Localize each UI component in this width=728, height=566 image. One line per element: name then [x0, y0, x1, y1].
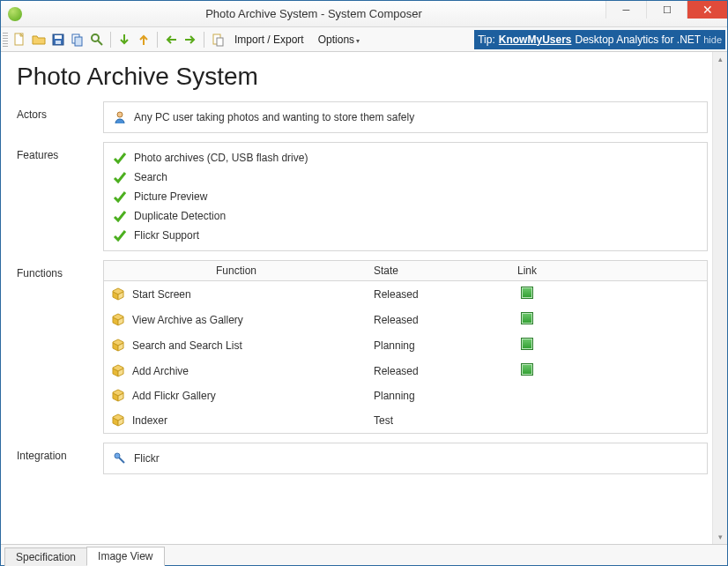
function-link-cell: [492, 358, 562, 384]
import-export-label: Import / Export: [234, 34, 304, 46]
check-icon: [113, 209, 127, 223]
tab-image-view[interactable]: Image View: [86, 547, 164, 566]
actors-section: Actors Any PC user taking photos and wan…: [17, 101, 708, 133]
functions-section: Functions Function State Link Start Scre…: [17, 260, 708, 434]
arrow-left-icon[interactable]: [162, 31, 180, 48]
function-row[interactable]: Add ArchiveReleased: [104, 358, 707, 384]
feature-text: Duplicate Detection: [134, 210, 226, 222]
tab-specification[interactable]: Specification: [4, 547, 87, 566]
open-folder-icon[interactable]: [30, 31, 48, 48]
check-icon: [113, 170, 127, 184]
check-icon: [113, 190, 127, 204]
scroll-up-icon[interactable]: ▴: [718, 52, 723, 66]
link-icon[interactable]: [521, 363, 533, 376]
tip-suffix: Desktop Analytics for .NET: [575, 34, 701, 46]
functions-box[interactable]: Function State Link Start ScreenReleased…: [103, 260, 708, 434]
function-row[interactable]: View Archive as GalleryReleased: [104, 307, 707, 332]
scrollbar[interactable]: ▴ ▾: [712, 52, 727, 544]
paste-icon[interactable]: [209, 31, 227, 48]
tip-prefix: Tip:: [478, 34, 495, 46]
titlebar: Photo Archive System - System Composer ─…: [1, 1, 727, 27]
feature-text: Picture Preview: [134, 190, 207, 203]
actors-box[interactable]: Any PC user taking photos and wanting to…: [103, 101, 708, 133]
options-label: Options: [318, 34, 354, 46]
pin-icon: [113, 451, 127, 465]
feature-item[interactable]: Search: [111, 168, 700, 187]
functions-table: Function State Link Start ScreenReleased…: [104, 261, 707, 433]
tip-hide-button[interactable]: hide: [703, 34, 722, 45]
col-link[interactable]: Link: [492, 261, 562, 281]
arrow-down-icon[interactable]: [115, 31, 133, 48]
function-name: Add Archive: [132, 365, 189, 377]
functions-table-head: Function State Link: [104, 261, 707, 281]
import-export-menu[interactable]: Import / Export: [227, 32, 311, 48]
tip-bar: Tip: KnowMyUsers Desktop Analytics for .…: [474, 30, 725, 49]
function-state: Released: [368, 307, 492, 332]
app-icon: [8, 7, 22, 21]
function-name: Search and Search List: [132, 339, 242, 352]
integration-box[interactable]: Flickr: [103, 443, 708, 474]
arrow-up-icon[interactable]: [135, 31, 152, 48]
new-document-icon[interactable]: [11, 31, 28, 48]
function-state: Planning: [368, 332, 492, 358]
feature-text: Search: [134, 171, 167, 183]
toolbar-separator: [110, 32, 111, 48]
user-icon: [113, 110, 127, 124]
function-row[interactable]: IndexerTest: [104, 408, 707, 433]
svg-rect-10: [217, 38, 223, 46]
actors-label: Actors: [17, 101, 103, 121]
actor-item[interactable]: Any PC user taking photos and wanting to…: [111, 108, 700, 127]
function-state: Planning: [368, 384, 492, 408]
col-spacer: [562, 261, 707, 281]
function-link-cell: [492, 281, 562, 308]
arrow-right-icon[interactable]: [182, 31, 199, 48]
svg-rect-4: [56, 41, 61, 44]
options-menu[interactable]: Options▾: [311, 32, 367, 48]
function-row[interactable]: Start ScreenReleased: [104, 281, 707, 308]
feature-item[interactable]: Flickr Support: [111, 226, 700, 245]
scroll-down-icon[interactable]: ▾: [718, 530, 723, 544]
toolbar: Import / Export Options▾ Tip: KnowMyUser…: [1, 27, 727, 52]
function-link-cell: [492, 307, 562, 332]
minimize-button[interactable]: ─: [605, 1, 646, 19]
svg-point-11: [117, 112, 123, 117]
tip-link[interactable]: KnowMyUsers: [499, 34, 572, 46]
function-row[interactable]: Add Flickr GalleryPlanning: [104, 384, 707, 408]
toolbar-separator-3: [204, 32, 204, 48]
link-icon[interactable]: [521, 287, 533, 299]
svg-point-7: [92, 34, 99, 41]
search-icon[interactable]: [88, 31, 106, 48]
function-name: Add Flickr Gallery: [132, 390, 216, 402]
integration-label: Integration: [17, 443, 103, 462]
toolbar-grip: [3, 33, 8, 47]
check-icon: [113, 228, 127, 242]
function-state: Test: [368, 408, 492, 433]
window-title: Photo Archive System - System Composer: [22, 7, 605, 20]
window-controls: ─ ☐ ✕: [605, 1, 727, 26]
feature-text: Photo archives (CD, USB flash drive): [134, 152, 308, 164]
check-icon: [113, 151, 127, 165]
maximize-button[interactable]: ☐: [646, 1, 687, 19]
copy-icon[interactable]: [69, 31, 86, 48]
features-section: Features Photo archives (CD, USB flash d…: [17, 142, 708, 251]
function-name: Start Screen: [132, 288, 191, 301]
app-window: Photo Archive System - System Composer ─…: [0, 0, 728, 566]
link-icon[interactable]: [521, 338, 533, 350]
integration-item[interactable]: Flickr: [111, 449, 700, 468]
features-box[interactable]: Photo archives (CD, USB flash drive)Sear…: [103, 142, 708, 251]
integration-section: Integration Flickr: [17, 443, 708, 474]
features-label: Features: [17, 142, 103, 161]
function-row[interactable]: Search and Search ListPlanning: [104, 332, 707, 358]
col-function[interactable]: Function: [104, 261, 368, 281]
function-name: View Archive as Gallery: [132, 314, 243, 326]
col-state[interactable]: State: [368, 261, 492, 281]
link-icon[interactable]: [521, 312, 533, 324]
feature-text: Flickr Support: [134, 229, 199, 242]
package-icon: [111, 389, 125, 403]
feature-item[interactable]: Duplicate Detection: [111, 206, 700, 226]
svg-rect-6: [75, 37, 82, 46]
close-button[interactable]: ✕: [687, 1, 727, 19]
feature-item[interactable]: Picture Preview: [111, 187, 700, 206]
save-icon[interactable]: [49, 31, 67, 48]
feature-item[interactable]: Photo archives (CD, USB flash drive): [111, 148, 700, 168]
